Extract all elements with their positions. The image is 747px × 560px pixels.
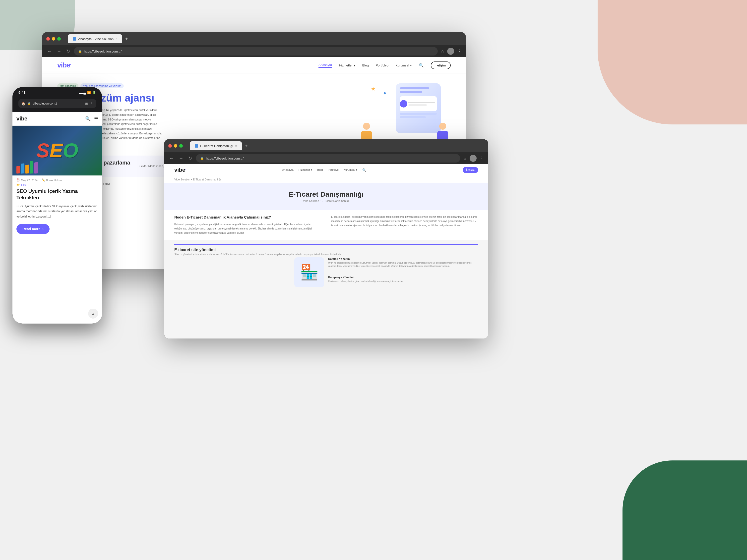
chevron-up-icon: ▲ bbox=[92, 312, 95, 316]
eticaret-window-controls bbox=[168, 144, 183, 148]
eticaret-address-box[interactable]: 🔒 https://vibesolution.com.tr/ bbox=[196, 154, 460, 162]
person-head-1 bbox=[363, 123, 370, 130]
nav-portfolyo[interactable]: Portfolyo bbox=[376, 63, 388, 67]
scroll-up-button[interactable]: ▲ bbox=[88, 309, 98, 319]
eticaret-services-section: E-ticaret site yönetimi Sitecrn yönetimi… bbox=[164, 240, 488, 291]
mobile-address-bar[interactable]: 🏠 🔒 vibesolution.com.tr ⊞ ⋮ bbox=[19, 99, 96, 108]
eticaret-services-header: E-ticaret site yönetimi Sitecrn yönetimi… bbox=[174, 244, 478, 256]
mobile-tabs-icon[interactable]: ⋮ bbox=[90, 102, 93, 106]
diamond-icon: ◆ bbox=[383, 91, 386, 95]
eticaret-tab-title: E-Ticaret Danışmanlığı bbox=[200, 144, 233, 148]
eticaret-bookmark-icon[interactable]: ☆ bbox=[463, 156, 467, 161]
status-icons: ▂▃▄ 📶 🔋 bbox=[79, 91, 96, 94]
mobile-blog-meta: ⏰ May 22, 2024 ✏️ Burak Unkan bbox=[12, 176, 102, 183]
eticaret-nav-hizmetler[interactable]: Hizmetler ▾ bbox=[299, 168, 312, 172]
nav-kurumsal[interactable]: Kurumsal ▾ bbox=[395, 63, 412, 67]
bg-shape-top-right bbox=[598, 0, 747, 125]
mobile-menu-icon[interactable]: ☰ bbox=[94, 116, 98, 122]
arrow-green bbox=[30, 161, 33, 174]
logo-vibe: vibe bbox=[57, 61, 70, 69]
nav-hizmetler[interactable]: Hizmetler ▾ bbox=[339, 63, 355, 67]
browser-tab-active[interactable]: Anasayfa - Vibe Solution × bbox=[68, 34, 122, 43]
illus-avatar bbox=[400, 100, 407, 108]
blog-category: Blog bbox=[21, 183, 26, 186]
seo-letters: S E O bbox=[36, 139, 78, 162]
close-window-button[interactable] bbox=[46, 37, 50, 41]
eticaret-nav-anasayfa[interactable]: Anasayfa bbox=[282, 168, 293, 172]
eticaret-tab[interactable]: E-Ticaret Danışmanlığı × bbox=[190, 141, 242, 150]
eticaret-minimize-button[interactable] bbox=[174, 144, 177, 148]
forward-button[interactable]: → bbox=[56, 48, 62, 55]
eticaret-menu-icon[interactable]: ⋮ bbox=[480, 156, 484, 161]
nav-blog[interactable]: Blog bbox=[362, 63, 369, 67]
illus-line-2 bbox=[400, 91, 422, 93]
eticaret-contact-btn[interactable]: İletişim bbox=[463, 167, 478, 173]
illus-line-4 bbox=[400, 116, 426, 118]
site-navigation: vibe• Anasayfa Hizmetler ▾ Blog Portfoly… bbox=[42, 57, 466, 74]
eticaret-nav-portfolyo[interactable]: Portfolyo bbox=[328, 168, 338, 172]
edit-icon: ✏️ bbox=[42, 179, 45, 182]
eticaret-maximize-button[interactable] bbox=[179, 144, 183, 148]
tab-title: Anasayfa - Vibe Solution bbox=[78, 37, 113, 41]
category-icon: 📂 bbox=[17, 183, 20, 186]
eticaret-forward[interactable]: → bbox=[178, 155, 184, 162]
new-tab-button[interactable]: + bbox=[123, 36, 130, 42]
profile-icon[interactable] bbox=[447, 48, 454, 55]
contact-button[interactable]: İletişim bbox=[431, 61, 451, 69]
eticaret-logo-text: vibe bbox=[174, 167, 185, 173]
eticaret-nav-blog[interactable]: Blog bbox=[317, 168, 323, 172]
eticaret-search-icon[interactable]: 🔍 bbox=[362, 168, 366, 172]
mobile-address-url: vibesolution.com.tr bbox=[33, 102, 83, 105]
eticaret-tab-bar: E-Ticaret Danışmanlığı × + bbox=[190, 141, 250, 150]
mobile-search-icon[interactable]: 🔍 bbox=[85, 116, 91, 122]
eticaret-profile-icon[interactable] bbox=[470, 155, 476, 162]
search-icon[interactable]: 🔍 bbox=[419, 63, 424, 68]
illus-text-line-1 bbox=[408, 102, 435, 103]
address-box[interactable]: 🔒 https://vibesolution.com.tr/ bbox=[74, 47, 438, 55]
eticaret-back[interactable]: ← bbox=[168, 155, 175, 162]
illus-text-line-2 bbox=[408, 104, 427, 106]
mobile-blog-title: SEO Uyumlu İçerik Yazma Teknikleri bbox=[12, 188, 102, 204]
bookmark-icon[interactable]: ☆ bbox=[441, 49, 444, 54]
eticaret-close-button[interactable] bbox=[168, 144, 172, 148]
mobile-share-icon[interactable]: ⊞ bbox=[85, 102, 88, 106]
back-button[interactable]: ← bbox=[46, 48, 53, 55]
read-more-label: Read more bbox=[22, 227, 40, 231]
mobile-site-header: vibe• 🔍 ☰ bbox=[12, 112, 102, 126]
meta-author: ✏️ Burak Unkan bbox=[42, 179, 62, 182]
eticaret-hero: E-Ticaret Danışmanlığı Vibe Solution • E… bbox=[164, 183, 488, 210]
eticaret-services-title: E-ticaret site yönetimi bbox=[174, 248, 478, 252]
battery-icon: 🔋 bbox=[93, 91, 96, 94]
eticaret-new-tab[interactable]: + bbox=[243, 143, 250, 149]
security-icon: 🔒 bbox=[78, 50, 82, 53]
eticaret-tab-close[interactable]: × bbox=[235, 144, 236, 148]
arrow-blue bbox=[21, 163, 24, 174]
nav-anasayfa[interactable]: Anasayfa bbox=[318, 63, 332, 68]
katalog-title: Katalog Yönetimi bbox=[328, 257, 478, 260]
read-more-button[interactable]: Read more › bbox=[17, 224, 50, 234]
kampanya-desc: Markanızın online yölerine göre; marka t… bbox=[328, 280, 478, 283]
mobile-home-icon: 🏠 bbox=[21, 102, 25, 106]
service-item-katalog: Katalog Yönetimi Ürün ve kategorileriniz… bbox=[328, 257, 478, 272]
mobile-blog-image: S E O bbox=[12, 126, 102, 176]
illus-line-3 bbox=[400, 113, 437, 115]
browser-window-controls bbox=[46, 37, 61, 41]
refresh-button[interactable]: ↻ bbox=[65, 48, 71, 55]
maximize-window-button[interactable] bbox=[57, 37, 61, 41]
store-illustration-container: 🏪 bbox=[174, 257, 324, 287]
eticaret-nav-kurumsal[interactable]: Kurumsal ▾ bbox=[344, 168, 358, 172]
kampanya-title: Kampanya Yönetimi bbox=[328, 276, 478, 279]
menu-dots-icon[interactable]: ⋮ bbox=[457, 49, 462, 54]
address-url: https://vibesolution.com.tr/ bbox=[84, 50, 122, 53]
hero-tags: tam kapsamlı Yeni nesil pazarlama ve yaz… bbox=[57, 83, 346, 88]
wifi-icon: 📶 bbox=[87, 91, 91, 94]
tab-close-button[interactable]: × bbox=[115, 37, 117, 40]
arrow-red bbox=[17, 166, 20, 174]
minimize-window-button[interactable] bbox=[52, 37, 55, 41]
arrow-orange bbox=[25, 164, 29, 174]
eticaret-refresh[interactable]: ↻ bbox=[187, 155, 193, 162]
illus-phone bbox=[396, 83, 441, 133]
blog-author: Burak Unkan bbox=[46, 179, 62, 182]
site-logo: vibe• bbox=[57, 61, 71, 69]
mobile-address-container: 🏠 🔒 vibesolution.com.tr ⊞ ⋮ bbox=[12, 98, 102, 110]
